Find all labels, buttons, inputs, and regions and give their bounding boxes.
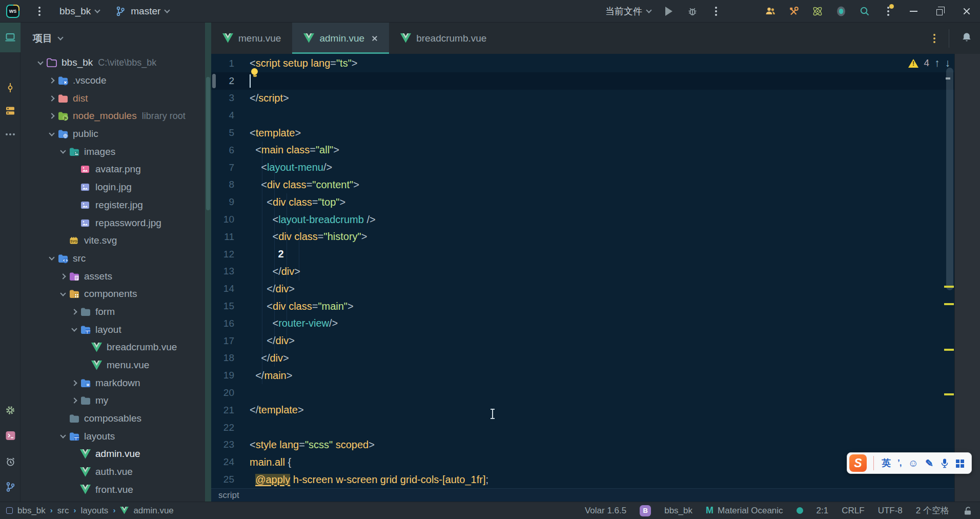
line-separator[interactable]: CRLF — [842, 506, 864, 516]
crumb-file[interactable]: admin.vue — [133, 506, 173, 516]
code-line-13[interactable]: 13 </div> — [211, 263, 954, 281]
code-line-12[interactable]: 12 2 — [211, 246, 954, 263]
file-encoding[interactable]: UTF-8 — [878, 506, 903, 516]
tree-item-images[interactable]: images — [21, 143, 205, 161]
indent-setting[interactable]: 2 个空格 — [916, 505, 949, 516]
crumb-layouts[interactable]: layouts — [81, 506, 109, 516]
terminal-toolwindow-button[interactable] — [0, 427, 21, 444]
tree-item-layouts[interactable]: layouts — [21, 427, 205, 445]
chevron-right-icon[interactable] — [46, 114, 57, 118]
chevron-down-icon[interactable] — [35, 62, 46, 64]
caret-position[interactable]: 2:1 — [816, 506, 829, 516]
line-number[interactable]: 4 — [211, 110, 234, 121]
line-number[interactable]: 19 — [211, 370, 234, 381]
chevron-right-icon[interactable] — [69, 398, 80, 403]
code-line-3[interactable]: 3</script> — [211, 90, 954, 107]
volar-version[interactable]: Volar 1.6.5 — [585, 506, 626, 516]
b-badge[interactable]: B — [640, 505, 651, 516]
unlock-icon[interactable] — [963, 506, 973, 516]
plugin-atom-button[interactable] — [806, 0, 829, 23]
tab-admin-vue[interactable]: admin.vue — [292, 23, 389, 54]
tree-item-markdown[interactable]: Mmarkdown — [21, 374, 205, 392]
code-line-8[interactable]: 8 <div class="content"> — [211, 176, 954, 194]
webstorm-logo-icon[interactable]: WS — [6, 5, 19, 18]
tree-item-menu-vue[interactable]: menu.vue — [21, 356, 205, 374]
chevron-down-icon[interactable] — [69, 328, 80, 331]
code-line-7[interactable]: 7 <layout-menu/> — [211, 159, 954, 176]
warning-stripe-mark[interactable] — [944, 349, 954, 351]
main-menu-button[interactable] — [31, 0, 48, 23]
tree-item-vite-svg[interactable]: SVGvite.svg — [21, 232, 205, 250]
ime-language-toggle[interactable]: 英 — [882, 457, 891, 469]
code-line-20[interactable]: 20 — [211, 384, 954, 402]
panel-scrollbar-thumb[interactable] — [206, 77, 210, 210]
editor-breadcrumb-bar[interactable]: script — [211, 488, 954, 502]
code-line-1[interactable]: 1<script setup lang="ts"> — [211, 55, 954, 72]
tree-item-composables[interactable]: composables — [21, 410, 205, 428]
code-line-5[interactable]: 5<template> — [211, 124, 954, 142]
code-line-15[interactable]: 15 <div class="main"> — [211, 297, 954, 315]
theme-widget[interactable]: M Material Oceanic — [706, 505, 783, 516]
close-button[interactable] — [953, 0, 980, 23]
code-line-17[interactable]: 17 </div> — [211, 332, 954, 350]
tree-item-register-jpg[interactable]: register.jpg — [21, 196, 205, 214]
tree-item-auth-vue[interactable]: auth.vue — [21, 463, 205, 481]
status-project[interactable]: bbs_bk — [664, 506, 692, 516]
tab-menu-vue[interactable]: menu.vue — [211, 23, 292, 54]
line-number[interactable]: 25 — [211, 474, 234, 485]
code-line-14[interactable]: 14 </div> — [211, 280, 954, 297]
crumb-project[interactable]: bbs_bk — [17, 506, 46, 516]
code-line-11[interactable]: 11 <div class="history"> — [211, 228, 954, 246]
code-line-19[interactable]: 19 </main> — [211, 367, 954, 384]
warning-stripe-mark[interactable] — [944, 303, 954, 305]
debug-button[interactable] — [681, 0, 704, 23]
tree-item-form[interactable]: form — [21, 303, 205, 321]
line-number[interactable]: 15 — [211, 301, 234, 312]
line-number[interactable]: 16 — [211, 318, 234, 329]
tab-breadcrumb-vue[interactable]: breadcrumb.vue — [389, 23, 498, 54]
line-number[interactable]: 13 — [211, 266, 234, 277]
project-panel-header[interactable]: 项目 — [21, 23, 205, 54]
prev-warning-button[interactable]: ↑ — [934, 57, 940, 69]
inspections-widget[interactable]: 4 ↑ ↓ — [908, 57, 950, 69]
line-number[interactable]: 10 — [211, 214, 234, 225]
project-toolwindow-button[interactable] — [0, 23, 21, 52]
code-line-6[interactable]: 6 <main class="all"> — [211, 142, 954, 159]
tab-options-button[interactable] — [933, 37, 935, 39]
code-line-16[interactable]: 16 <router-view/> — [211, 315, 954, 332]
line-number[interactable]: 24 — [211, 456, 234, 468]
line-number[interactable]: 6 — [211, 145, 234, 156]
tools-button[interactable] — [782, 0, 806, 23]
tree-item-avatar-png[interactable]: avatar.png — [21, 161, 205, 178]
intention-bulb-icon[interactable] — [251, 68, 258, 77]
crumb-src[interactable]: src — [57, 506, 69, 516]
git-toolwindow-button[interactable] — [0, 478, 21, 495]
commit-toolwindow-button[interactable] — [0, 79, 21, 96]
notifications-bell-button[interactable] — [961, 31, 973, 46]
more-toolwindows-button[interactable] — [0, 126, 21, 143]
chevron-down-icon[interactable] — [57, 293, 69, 295]
code-line-21[interactable]: 21</template> — [211, 402, 954, 419]
settings-menu-button[interactable] — [876, 0, 900, 23]
code-line-9[interactable]: 9 <div class="top"> — [211, 193, 954, 211]
tree-item-admin-vue[interactable]: admin.vue — [21, 445, 205, 463]
ime-punctuation-toggle[interactable]: ’, — [897, 458, 901, 468]
line-number[interactable]: 8 — [211, 179, 234, 190]
tree-item-bbs-bk[interactable]: bbs_bkC:\vite\bbs_bk — [21, 54, 205, 72]
chevron-down-icon[interactable] — [46, 257, 57, 260]
tree-item-login-jpg[interactable]: login.jpg — [21, 178, 205, 196]
chevron-right-icon[interactable] — [69, 381, 80, 385]
tree-item-assets[interactable]: assets — [21, 267, 205, 285]
line-number[interactable]: 3 — [211, 92, 234, 104]
restore-button[interactable] — [927, 0, 953, 23]
tree-item-node-modules[interactable]: jsnode_moduleslibrary root — [21, 107, 205, 125]
notifications-button[interactable] — [0, 453, 21, 470]
search-everywhere-button[interactable] — [853, 0, 876, 23]
status-dot-icon[interactable] — [797, 507, 803, 514]
tree-item-breadcrumb-vue[interactable]: breadcrumb.vue — [21, 338, 205, 356]
minimize-button[interactable] — [900, 0, 927, 23]
code-line-22[interactable]: 22 — [211, 419, 954, 436]
line-number[interactable]: 1 — [211, 58, 234, 69]
tree-item-front-vue[interactable]: front.vue — [21, 481, 205, 499]
line-number[interactable]: 22 — [211, 422, 234, 433]
